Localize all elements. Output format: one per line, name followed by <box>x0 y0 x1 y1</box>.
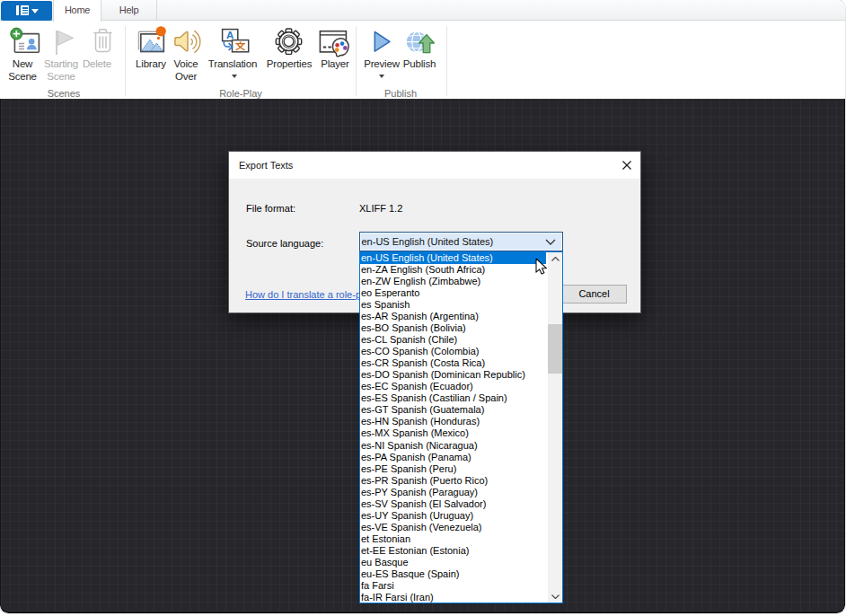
svg-text:A: A <box>226 30 234 40</box>
